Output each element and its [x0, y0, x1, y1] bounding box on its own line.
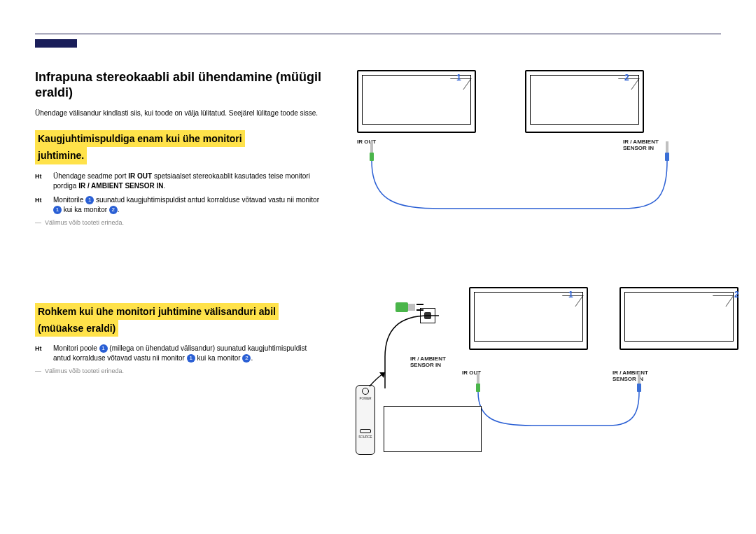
- monitor-1-number: 1: [456, 73, 461, 83]
- section2-note: Välimus võib tooteti erineda.: [35, 367, 322, 374]
- section2-bullet1: Ht Monitori poole 1 (millega on ühendatu…: [35, 344, 322, 363]
- text: kui ka monitor: [195, 354, 243, 362]
- svg-rect-0: [396, 302, 408, 312]
- svg-marker-4: [379, 372, 385, 378]
- num-1-badge: 1: [85, 196, 94, 204]
- section1-note: Välimus võib tooteti erineda.: [35, 219, 322, 226]
- monitor-2-number: 2: [734, 290, 739, 300]
- section2-list: Ht Monitori poole 1 (millega on ühendatu…: [35, 344, 322, 363]
- period: .: [251, 354, 253, 362]
- sensor-plug-icon: [396, 298, 426, 316]
- monitor-2-number: 2: [624, 73, 629, 83]
- diagram-2: 1 2 IR / AMBIENT SENSOR IN IR OUT IR / A…: [343, 287, 721, 483]
- section1-bullet1: Ht Ühendage seadme port IR OUT spetsiaal…: [35, 171, 322, 191]
- section2-heading-line1: Rohkem kui ühe monitori juhtimine välisa…: [35, 303, 279, 320]
- diagram-1: 1 2 IR OUT IR / AMBIENT SENSOR IN: [343, 70, 721, 217]
- num-1-badge: 1: [53, 206, 62, 214]
- sensor-label: IR / AMBIENT SENSOR IN: [78, 182, 163, 190]
- text: suunatud kaugjuhtimispuldist antud korra…: [94, 196, 319, 204]
- page-title: Infrapuna stereokaabli abil ühendamine (…: [35, 70, 322, 100]
- bullet-prefix: Ht: [35, 344, 42, 353]
- num-2-badge: 2: [109, 206, 118, 214]
- monitor-1-number: 1: [568, 290, 573, 300]
- section1-heading-line1: Kaugjuhtimispuldiga enam kui ühe monitor…: [35, 130, 245, 147]
- cable-1: [357, 154, 679, 217]
- remote-control: POWER SOURCE: [356, 385, 375, 455]
- intro-text: Ühendage välisandur kindlasti siis, kui …: [35, 108, 322, 118]
- left-column: Infrapuna stereokaabli abil ühendamine (…: [35, 70, 336, 483]
- monitor-2: [620, 287, 738, 350]
- text: Monitori poole: [53, 344, 99, 352]
- section1-heading: Kaugjuhtimispuldiga enam kui ühe monitor…: [35, 130, 322, 164]
- bullet-prefix: Ht: [35, 172, 42, 181]
- text: kui ka monitor: [62, 206, 109, 213]
- text: Monitorile: [53, 196, 85, 204]
- sensor-cable: [379, 308, 442, 392]
- cable-2: [469, 385, 658, 434]
- section2: Rohkem kui ühe monitori juhtimine välisa…: [35, 303, 322, 374]
- external-box: [384, 406, 482, 452]
- num-1-badge: 1: [99, 344, 108, 353]
- page-content: Infrapuna stereokaabli abil ühendamine (…: [35, 70, 721, 483]
- brand-bar: [35, 39, 77, 48]
- source-button-icon: [360, 429, 371, 433]
- source-label: SOURCE: [356, 435, 374, 439]
- section1-bullet2: Ht Monitorile 1 suunatud kaugjuhtimispul…: [35, 195, 322, 215]
- num-2-badge: 2: [242, 354, 251, 363]
- section2-heading-line2: (müüakse eraldi): [35, 320, 118, 337]
- ir-out-label: IR OUT: [128, 172, 152, 180]
- num-1-badge: 1: [187, 354, 195, 363]
- svg-rect-1: [408, 304, 415, 311]
- section1-list: Ht Ühendage seadme port IR OUT spetsiaal…: [35, 171, 322, 215]
- section2-heading: Rohkem kui ühe monitori juhtimine välisa…: [35, 303, 322, 337]
- bullet-prefix: Ht: [35, 196, 42, 205]
- header-rule: [35, 34, 721, 34]
- period: .: [118, 206, 120, 213]
- right-column: 1 2 IR OUT IR / AMBIENT SENSOR IN 1: [336, 70, 721, 483]
- text: Ühendage seadme port: [53, 172, 128, 180]
- sensor-label-1: IR / AMBIENT SENSOR IN: [410, 356, 459, 368]
- section1-heading-line2: juhtimine.: [35, 147, 87, 164]
- period: .: [163, 182, 165, 190]
- signal-arrow-icon: [367, 368, 388, 389]
